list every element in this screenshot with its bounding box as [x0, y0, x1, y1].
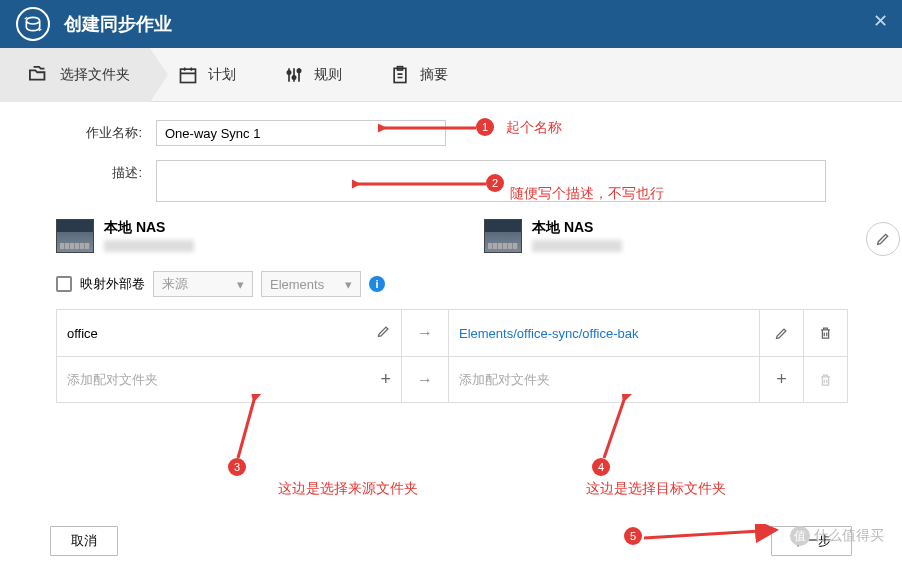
chevron-down-icon: ▾ [237, 277, 244, 292]
edit-dest-button[interactable] [759, 310, 803, 356]
svg-point-2 [292, 75, 295, 78]
window-title: 创建同步作业 [64, 12, 172, 36]
annotation-badge: 3 [228, 458, 246, 476]
delete-row-disabled [803, 357, 847, 402]
svg-line-10 [604, 400, 624, 458]
add-dest-placeholder[interactable]: 添加配对文件夹 [459, 371, 550, 389]
delete-row-button[interactable] [803, 310, 847, 356]
pencil-icon [875, 231, 891, 247]
svg-line-9 [238, 400, 254, 458]
arrow-icon: → [401, 310, 449, 356]
step-summary[interactable]: 摘要 [362, 48, 468, 102]
annotation-arrow [352, 176, 488, 192]
annotation-badge: 5 [624, 527, 642, 545]
pencil-icon [376, 324, 391, 339]
annotation-text: 起个名称 [506, 119, 562, 137]
map-external-label: 映射外部卷 [80, 275, 145, 293]
folder-pair-table: office → Elements/office-sync/office-bak… [56, 309, 848, 403]
trash-icon [818, 325, 833, 341]
cancel-button[interactable]: 取消 [50, 526, 118, 556]
calendar-icon [178, 65, 198, 85]
annotation-text: 这边是选择目标文件夹 [586, 480, 726, 498]
table-row: 添加配对文件夹 + → 添加配对文件夹 + [57, 356, 847, 402]
dest-device: 本地 NAS [484, 219, 844, 253]
name-label: 作业名称: [50, 120, 156, 142]
app-icon [16, 7, 50, 41]
step-select-folder[interactable]: 选择文件夹 [0, 48, 150, 102]
titlebar: 创建同步作业 ✕ [0, 0, 902, 48]
annotation-badge: 1 [476, 118, 494, 136]
sliders-icon [284, 65, 304, 85]
add-source-button[interactable]: + [380, 369, 391, 390]
add-dest-button[interactable]: + [759, 357, 803, 402]
dest-device-sub [532, 240, 622, 252]
clipboard-icon [390, 65, 410, 85]
svg-rect-0 [181, 69, 196, 82]
svg-point-3 [297, 69, 300, 72]
svg-point-1 [287, 70, 290, 73]
source-device-sub [104, 240, 194, 252]
elements-select[interactable]: Elements▾ [261, 271, 361, 297]
watermark: 什么值得买 [790, 526, 884, 546]
annotation-arrow [378, 120, 478, 136]
annotation-arrow [598, 394, 632, 460]
folder-icon [28, 65, 50, 85]
nas-icon [484, 219, 522, 253]
close-icon[interactable]: ✕ [873, 10, 888, 32]
edit-source-button[interactable] [376, 324, 391, 342]
annotation-text: 随便写个描述，不写也行 [510, 185, 664, 203]
desc-label: 描述: [50, 160, 156, 182]
arrow-icon: → [401, 357, 449, 402]
svg-line-12 [644, 530, 776, 538]
info-icon[interactable]: i [369, 276, 385, 292]
annotation-text: 这边是选择来源文件夹 [278, 480, 418, 498]
edit-devices-button[interactable] [866, 222, 900, 256]
annotation-arrow [642, 524, 782, 546]
chevron-down-icon: ▾ [345, 277, 352, 292]
wizard-steps: 选择文件夹 计划 规则 摘要 [0, 48, 902, 102]
source-device: 本地 NAS [56, 219, 416, 253]
source-path: office [67, 326, 98, 341]
map-external-checkbox[interactable] [56, 276, 72, 292]
source-select[interactable]: 来源▾ [153, 271, 253, 297]
annotation-badge: 2 [486, 174, 504, 192]
annotation-badge: 4 [592, 458, 610, 476]
dest-device-name: 本地 NAS [532, 219, 622, 237]
dest-path: Elements/office-sync/office-bak [459, 326, 638, 341]
table-row: office → Elements/office-sync/office-bak [57, 310, 847, 356]
source-device-name: 本地 NAS [104, 219, 194, 237]
trash-icon [818, 372, 833, 388]
pencil-icon [774, 326, 789, 341]
step-rules[interactable]: 规则 [256, 48, 362, 102]
nas-icon [56, 219, 94, 253]
annotation-arrow [230, 394, 264, 460]
add-source-placeholder[interactable]: 添加配对文件夹 [67, 371, 158, 389]
